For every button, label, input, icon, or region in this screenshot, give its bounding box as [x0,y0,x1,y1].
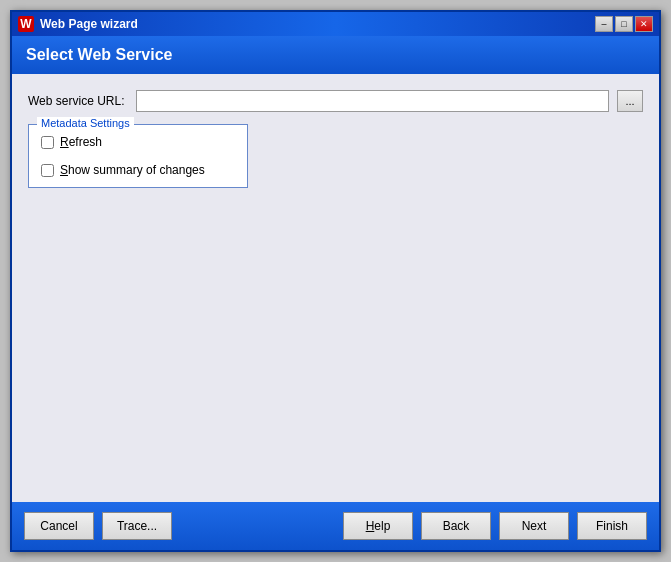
show-summary-label[interactable]: Show summary of changes [60,163,205,177]
back-button[interactable]: Back [421,512,491,540]
footer-bar: Cancel Trace... Help Back Next Finish [12,502,659,550]
title-bar-left: W Web Page wizard [18,16,138,32]
url-label: Web service URL: [28,94,128,108]
help-button[interactable]: Help [343,512,413,540]
header-bar: Select Web Service [12,36,659,74]
minimize-button[interactable]: – [595,16,613,32]
main-window: W Web Page wizard – □ ✕ Select Web Servi… [10,10,661,552]
show-summary-checkbox[interactable] [41,164,54,177]
refresh-row: Refresh [41,135,235,149]
content-area: Web service URL: ... Metadata Settings R… [12,74,659,502]
page-title: Select Web Service [26,46,172,63]
refresh-checkbox[interactable] [41,136,54,149]
app-icon: W [18,16,34,32]
close-button[interactable]: ✕ [635,16,653,32]
trace-button[interactable]: Trace... [102,512,172,540]
show-summary-row: Show summary of changes [41,163,235,177]
maximize-button[interactable]: □ [615,16,633,32]
url-input[interactable] [136,90,609,112]
metadata-legend: Metadata Settings [37,117,134,129]
refresh-label[interactable]: Refresh [60,135,102,149]
window-controls: – □ ✕ [595,16,653,32]
footer-left-buttons: Cancel Trace... [24,512,172,540]
metadata-settings-group: Metadata Settings Refresh Show summary o… [28,124,248,188]
next-button[interactable]: Next [499,512,569,540]
footer-right-buttons: Help Back Next Finish [343,512,647,540]
finish-button[interactable]: Finish [577,512,647,540]
cancel-button[interactable]: Cancel [24,512,94,540]
title-bar: W Web Page wizard – □ ✕ [12,12,659,36]
url-row: Web service URL: ... [28,90,643,112]
browse-button[interactable]: ... [617,90,643,112]
window-title: Web Page wizard [40,17,138,31]
